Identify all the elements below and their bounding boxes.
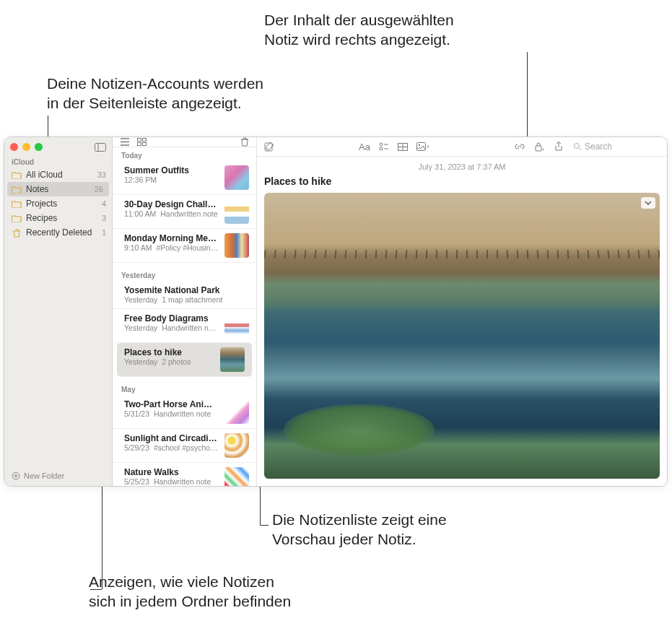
svg-rect-10 bbox=[138, 143, 141, 146]
note-title: Places to hike bbox=[124, 347, 214, 357]
note-item-free-body[interactable]: Free Body Diagrams Yesterday Handwritten… bbox=[113, 309, 256, 343]
callout-content-right: Der Inhalt der ausgewählten Notiz wird r… bbox=[264, 10, 454, 50]
sidebar-item-recipes[interactable]: Recipes 3 bbox=[4, 211, 112, 225]
note-item-sunlight-circadian[interactable]: Sunlight and Circadian... 5/29/23 #schoo… bbox=[113, 429, 256, 463]
note-thumbnail bbox=[224, 199, 249, 224]
list-view-icon[interactable] bbox=[120, 138, 130, 146]
search-placeholder: Search bbox=[585, 142, 612, 152]
note-title: Sunlight and Circadian... bbox=[124, 433, 219, 443]
note-thumbnail bbox=[224, 313, 249, 338]
note-title: Two-Part Horse Anima... bbox=[124, 399, 219, 409]
note-title: Free Body Diagrams bbox=[124, 313, 219, 323]
window-controls bbox=[10, 143, 43, 151]
sidebar-item-projects[interactable]: Projects 4 bbox=[4, 196, 112, 211]
format-text-icon[interactable]: Aa bbox=[359, 142, 370, 152]
sidebar-item-count: 33 bbox=[97, 170, 106, 179]
new-folder-button[interactable]: New Folder bbox=[4, 466, 112, 486]
note-thumbnail bbox=[220, 347, 245, 372]
note-thumbnail bbox=[224, 165, 249, 190]
close-button[interactable] bbox=[10, 143, 18, 151]
svg-rect-11 bbox=[143, 143, 147, 146]
lock-icon[interactable] bbox=[534, 142, 544, 152]
new-folder-label: New Folder bbox=[24, 471, 64, 480]
svg-rect-20 bbox=[416, 143, 425, 151]
note-subtitle: 5/31/23 Handwritten note bbox=[124, 409, 219, 418]
maximize-button[interactable] bbox=[35, 143, 43, 151]
note-item-places-to-hike[interactable]: Places to hike Yesterday 2 photos bbox=[117, 343, 252, 377]
note-item-summer-outfits[interactable]: Summer Outfits 12:36 PM bbox=[113, 161, 256, 195]
sidebar-item-count: 3 bbox=[102, 214, 106, 222]
note-subtitle: Yesterday 2 photos bbox=[124, 357, 214, 366]
folder-icon bbox=[12, 186, 22, 194]
folder-icon bbox=[12, 171, 22, 179]
svg-rect-9 bbox=[143, 139, 147, 142]
note-thumbnail bbox=[224, 233, 249, 258]
svg-point-15 bbox=[380, 147, 383, 150]
callout-sidebar: Deine Notizen-Accounts werden in der Sei… bbox=[47, 74, 263, 113]
note-title: 30-Day Design Challen... bbox=[124, 199, 219, 209]
note-subtitle: 9:10 AM #Policy #Housing... bbox=[124, 243, 219, 252]
sidebar-item-label: Recipes bbox=[26, 213, 97, 223]
note-subtitle: 12:36 PM bbox=[124, 175, 219, 184]
note-title: Monday Morning Meeting bbox=[124, 233, 219, 243]
content-toolbar: Aa Search bbox=[257, 137, 667, 157]
attachment-menu-icon[interactable] bbox=[641, 197, 655, 209]
notelist-section-header: Today bbox=[113, 147, 256, 161]
grid-view-icon[interactable] bbox=[137, 138, 147, 146]
note-subtitle: 11:00 AM Handwritten note bbox=[124, 209, 219, 218]
plus-circle-icon bbox=[12, 471, 20, 480]
search-field[interactable]: Search bbox=[573, 142, 660, 152]
svg-point-13 bbox=[380, 143, 383, 146]
link-note-icon[interactable] bbox=[514, 142, 525, 151]
notelist-section-header: Yesterday bbox=[113, 267, 256, 281]
note-attachment-image[interactable] bbox=[264, 193, 660, 479]
toggle-sidebar-icon[interactable] bbox=[95, 143, 106, 152]
svg-point-21 bbox=[419, 144, 420, 146]
sidebar-item-label: Notes bbox=[26, 184, 90, 194]
note-item-horse-animation[interactable]: Two-Part Horse Anima... 5/31/23 Handwrit… bbox=[113, 395, 256, 429]
sidebar-item-recently-deleted[interactable]: Recently Deleted 1 bbox=[4, 225, 112, 240]
note-subtitle: Yesterday Handwritten note bbox=[124, 323, 219, 332]
minimize-button[interactable] bbox=[22, 143, 30, 151]
table-icon[interactable] bbox=[398, 143, 408, 151]
sidebar-item-count: 1 bbox=[102, 228, 106, 237]
notes-app-window: iCloud All iCloud 33 Notes 26 Projects 4… bbox=[4, 136, 668, 487]
sidebar-item-count: 26 bbox=[95, 185, 103, 194]
note-subtitle: 5/25/23 Handwritten note bbox=[124, 477, 219, 486]
sidebar-item-all-icloud[interactable]: All iCloud 33 bbox=[4, 168, 112, 182]
svg-rect-0 bbox=[95, 143, 106, 151]
svg-rect-22 bbox=[536, 146, 541, 151]
note-body-title[interactable]: Places to hike bbox=[264, 175, 660, 193]
window-titlebar bbox=[4, 137, 112, 157]
media-icon[interactable] bbox=[416, 142, 429, 151]
note-title: Nature Walks bbox=[124, 467, 219, 477]
share-icon[interactable] bbox=[554, 142, 563, 152]
note-thumbnail bbox=[224, 399, 249, 424]
delete-note-icon[interactable] bbox=[240, 137, 249, 147]
sidebar-item-notes[interactable]: Notes 26 bbox=[7, 182, 109, 196]
callout-foldercount: Anzeigen, wie viele Notizen sich in jede… bbox=[89, 572, 291, 612]
svg-rect-8 bbox=[138, 139, 141, 142]
note-item-nature-walks[interactable]: Nature Walks 5/25/23 Handwritten note bbox=[113, 463, 256, 487]
checklist-icon[interactable] bbox=[379, 142, 389, 151]
sidebar-item-label: Projects bbox=[26, 199, 97, 209]
leader-line bbox=[260, 525, 269, 526]
search-icon bbox=[573, 142, 582, 151]
trash-icon bbox=[12, 229, 22, 237]
sidebar: iCloud All iCloud 33 Notes 26 Projects 4… bbox=[4, 137, 113, 486]
sidebar-item-label: All iCloud bbox=[26, 170, 93, 180]
note-item-monday-meeting[interactable]: Monday Morning Meeting 9:10 AM #Policy #… bbox=[113, 229, 256, 263]
note-item-design-challenge[interactable]: 30-Day Design Challen... 11:00 AM Handwr… bbox=[113, 195, 256, 229]
note-thumbnail bbox=[224, 433, 249, 458]
note-subtitle: Yesterday 1 map attachment bbox=[124, 295, 249, 304]
leader-line bbox=[90, 589, 102, 590]
notelist-toolbar bbox=[113, 137, 256, 147]
folder-icon bbox=[12, 214, 22, 222]
note-item-yosemite[interactable]: Yosemite National Park Yesterday 1 map a… bbox=[113, 281, 256, 309]
compose-icon[interactable] bbox=[264, 142, 274, 152]
callout-notelist: Die Notizenliste zeigt eine Vorschau jed… bbox=[272, 510, 447, 549]
note-thumbnail bbox=[224, 467, 249, 487]
note-subtitle: 5/29/23 #school #psycholo... bbox=[124, 443, 219, 452]
svg-point-23 bbox=[575, 144, 580, 149]
note-title: Yosemite National Park bbox=[124, 285, 249, 295]
